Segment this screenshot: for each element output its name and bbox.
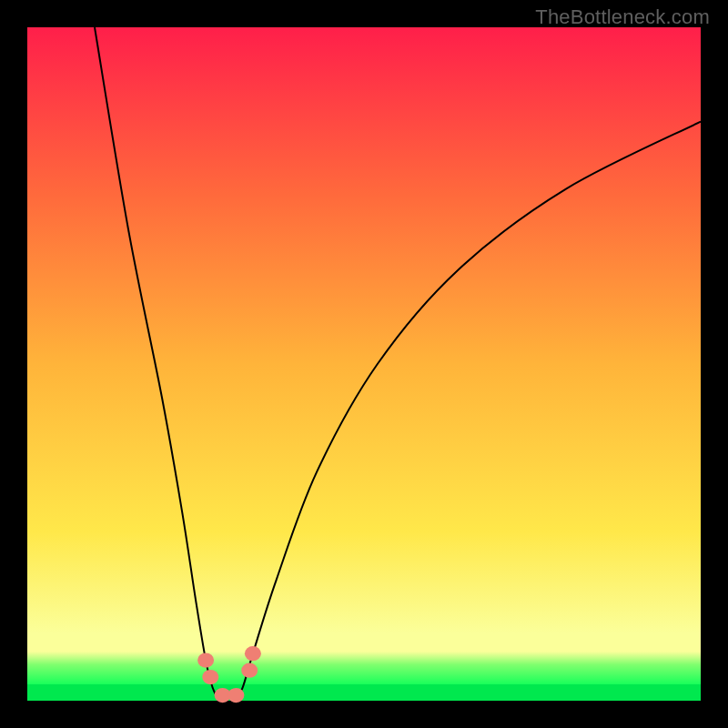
marker-group <box>197 646 261 703</box>
curve-layer <box>27 27 701 701</box>
marker-point <box>228 688 244 703</box>
curve-left-branch <box>95 27 219 701</box>
chart-stage: TheBottleneck.com <box>0 0 728 728</box>
plot-area <box>27 27 701 701</box>
marker-point <box>245 646 261 661</box>
curve-right-branch <box>236 122 701 701</box>
marker-point <box>241 663 258 678</box>
watermark-text: TheBottleneck.com <box>535 5 710 29</box>
marker-point <box>202 670 218 684</box>
marker-point <box>197 653 214 668</box>
